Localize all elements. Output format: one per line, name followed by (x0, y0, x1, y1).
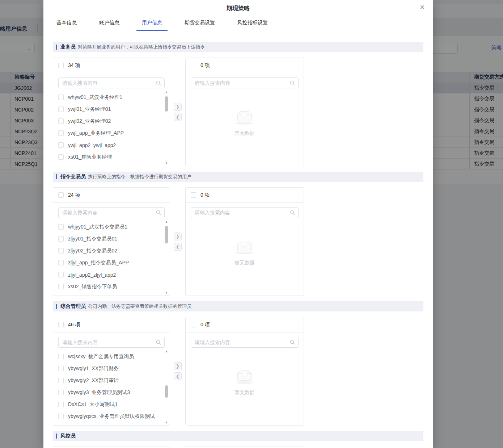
list-item[interactable]: test1_业务管理员测试 (53, 422, 170, 425)
transfer-source-panel: 34 项 ▲ ▼ whyw01_武汉业务经 (53, 58, 170, 166)
dialog-title: 期现策略 (227, 5, 250, 12)
list-item[interactable]: zljyy01_指令交易员01 (53, 233, 170, 245)
list-item[interactable]: ybywgly1_XX部门财务 (53, 363, 170, 374)
scroll-down-icon[interactable]: ▼ (165, 421, 168, 424)
list-item[interactable]: zljyy02_指令交易员02 (53, 245, 170, 257)
move-left-button[interactable]: ❮ (174, 372, 182, 380)
move-left-button[interactable]: ❮ (174, 243, 182, 251)
search-input[interactable] (191, 78, 299, 88)
item-checkbox[interactable] (58, 260, 64, 265)
transfer-target-panel: 0 项 暂无数据 (185, 58, 304, 166)
empty-state: 暂无数据 (186, 349, 304, 425)
section-header-salesperson: 业务员 对策略开展业务的用户，可以在策略上给指令交易员下达指令 (53, 42, 423, 52)
search-icon (289, 339, 295, 345)
search-input[interactable] (58, 207, 165, 218)
scroll-thumb[interactable] (165, 96, 168, 112)
scroll-down-icon[interactable]: ▼ (165, 291, 168, 295)
scroll-down-icon[interactable]: ▼ (165, 162, 168, 165)
move-left-button[interactable]: ❮ (174, 113, 182, 121)
item-checkbox[interactable] (58, 224, 64, 230)
empty-box-icon (233, 110, 256, 125)
search-input[interactable] (58, 337, 165, 348)
item-checkbox[interactable] (58, 272, 64, 277)
select-all-checkbox[interactable] (191, 322, 196, 327)
select-all-checkbox[interactable] (58, 322, 64, 327)
search-input[interactable] (58, 78, 165, 88)
source-list: ▲ ▼ whyw01_武汉业务经理1 ywjl01_业务经理01 (53, 90, 170, 166)
list-item[interactable]: ywjl_app2_ywjl_app2 (53, 139, 170, 151)
empty-box-icon (233, 369, 256, 384)
select-all-checkbox[interactable] (58, 192, 64, 198)
empty-state: 暂无数据 (186, 219, 304, 296)
dialog-tab[interactable]: 期货交易设置 (185, 20, 215, 31)
item-count: 34 项 (68, 62, 80, 69)
transfer-salesperson: 34 项 ▲ ▼ whyw01_武汉业务经 (53, 58, 423, 166)
list-item[interactable]: whyw01_武汉业务经理1 (53, 91, 170, 103)
item-checkbox[interactable] (58, 354, 64, 359)
item-checkbox[interactable] (58, 95, 64, 100)
item-checkbox[interactable] (58, 284, 64, 289)
search-input[interactable] (191, 337, 299, 348)
transfer-source-panel: 24 项 ▲ ▼ whjyy01_武汉指令 (53, 187, 170, 296)
list-item[interactable]: xs02_销售指令下单员 (53, 281, 170, 293)
close-icon[interactable]: ✕ (420, 4, 425, 11)
dialog-tab[interactable]: 账户信息 (99, 20, 119, 31)
item-checkbox[interactable] (58, 130, 64, 136)
item-checkbox[interactable] (58, 236, 64, 242)
dialog-tab[interactable]: 基本信息 (56, 20, 77, 31)
item-checkbox[interactable] (58, 248, 64, 254)
section-accent-bar (56, 304, 57, 309)
search-icon (289, 210, 295, 215)
dialog-tab[interactable]: 用户信息 (142, 20, 162, 31)
list-item[interactable]: zljyl_app_指令交易员_APP (53, 257, 170, 269)
move-right-button[interactable]: ❯ (174, 362, 182, 370)
move-right-button[interactable]: ❯ (174, 233, 182, 240)
item-checkbox[interactable] (58, 366, 64, 371)
select-all-checkbox[interactable] (191, 192, 196, 198)
item-checkbox[interactable] (58, 378, 64, 383)
list-item[interactable]: DxXCs1_大小写测试1 (53, 398, 170, 410)
scrollbar[interactable]: ▲ ▼ (164, 350, 169, 424)
scroll-up-icon[interactable]: ▲ (165, 220, 168, 224)
list-item[interactable]: ybywgly2_XX部门审计 (53, 374, 170, 386)
scrollbar[interactable]: ▲ ▼ (164, 91, 169, 165)
list-item[interactable]: wcjscxy_物产金属专用查询员 (53, 351, 170, 363)
list-item[interactable]: ywjl01_业务经理01 (53, 103, 170, 115)
item-checkbox[interactable] (58, 390, 64, 395)
list-item[interactable]: ywjl_app_业务经理_APP (53, 127, 170, 139)
dialog-tab[interactable]: 风控指标设置 (237, 20, 268, 31)
item-checkbox[interactable] (58, 402, 64, 407)
search-icon (156, 210, 161, 215)
item-checkbox[interactable] (58, 414, 64, 419)
item-count: 0 项 (200, 192, 210, 198)
item-checkbox[interactable] (58, 118, 64, 124)
transfer-target-panel (185, 447, 304, 448)
list-item[interactable]: ybywglyqxcs_业务管理员默认权限测试 (53, 410, 170, 422)
select-all-checkbox[interactable] (58, 63, 64, 68)
list-item[interactable]: ywjl02_业务经理02 (53, 115, 170, 127)
move-right-button[interactable]: ❯ (174, 103, 182, 111)
empty-state: 暂无数据 (186, 90, 304, 166)
list-item[interactable]: whjyy01_武汉指令交易员1 (53, 221, 170, 233)
scroll-thumb[interactable] (165, 226, 168, 243)
item-checkbox[interactable] (58, 154, 64, 160)
scrollbar[interactable]: ▲ ▼ (164, 220, 169, 295)
transfer-order-trader: 24 项 ▲ ▼ whjyy01_武汉指令 (53, 187, 423, 296)
list-item[interactable]: xs01_销售业务经理 (53, 151, 170, 163)
dialog-tabs: 基本信息 账户信息 用户信息 期货交易设置 风控指标设置 (43, 17, 433, 31)
dialog-content: 业务员 对策略开展业务的用户，可以在策略上给指令交易员下达指令 34 项 ▲ (43, 31, 433, 448)
scroll-thumb[interactable] (165, 385, 168, 398)
select-all-checkbox[interactable] (191, 63, 196, 68)
transfer-source-panel: 46 项 ▲ ▼ wcjscxy_物产金属 (53, 317, 170, 426)
scroll-up-icon[interactable]: ▲ (165, 91, 168, 94)
list-item[interactable]: zljyl_app2_zljyl_app2 (53, 269, 170, 281)
empty-box-icon (233, 240, 256, 255)
transfer-general-admin: 46 项 ▲ ▼ wcjscxy_物产金属 (53, 317, 423, 426)
list-item[interactable]: ybywgly3_业务管理员测试3 (53, 386, 170, 398)
item-checkbox[interactable] (58, 142, 64, 148)
section-accent-bar (56, 174, 57, 179)
item-checkbox[interactable] (58, 106, 64, 112)
source-list: ▲ ▼ wcjscxy_物产金属专用查询员 ybywgly1_XX部门财务 (53, 349, 170, 425)
scroll-up-icon[interactable]: ▲ (165, 350, 168, 353)
search-input[interactable] (191, 207, 299, 218)
